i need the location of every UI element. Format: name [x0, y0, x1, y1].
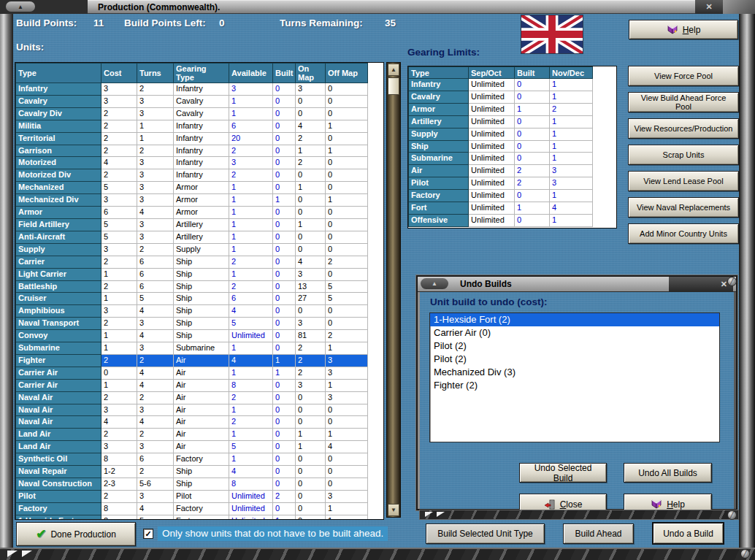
undo-builds-list[interactable]: 1-Hexside Fort (2)Carrier Air (0)Pilot (…: [429, 312, 720, 442]
table-row[interactable]: Infantry32Infantry3030: [16, 83, 368, 96]
table-row[interactable]: Motorized Div23Infantry2000: [16, 169, 368, 182]
cell: Infantry: [174, 132, 229, 145]
table-row[interactable]: SupplyUnlimited01: [409, 128, 593, 140]
undo-all-builds-label: Undo All Builds: [638, 468, 697, 478]
table-row[interactable]: Cavalry33Cavalry1000: [16, 95, 368, 107]
undo-list-item[interactable]: 1-Hexside Fort (2): [430, 313, 719, 326]
table-row[interactable]: OffensiveUnlimited01: [409, 214, 593, 226]
table-row[interactable]: Factory84FactoryUnlimited001: [16, 502, 368, 515]
table-row[interactable]: Territorial21Infantry20020: [16, 132, 368, 145]
table-row[interactable]: Anti-Aircraft53Artillery1000: [16, 231, 368, 243]
table-row[interactable]: Field Artillery53Artillery1010: [16, 218, 368, 231]
undo-selected-build-button[interactable]: Undo Selected Build: [519, 463, 607, 483]
cell: 3: [137, 194, 174, 207]
cell: 3: [137, 157, 174, 169]
table-row[interactable]: FactoryUnlimited01: [409, 190, 593, 202]
side-button-view-force-pool[interactable]: View Force Pool: [628, 66, 739, 86]
side-button-view-lend-lease-pool[interactable]: View Lend Lease Pool: [628, 171, 739, 191]
table-row[interactable]: Cruiser15Ship60275: [16, 293, 368, 305]
built-ahead-checkbox[interactable]: ✓: [143, 529, 153, 539]
side-button-scrap-units[interactable]: Scrap Units: [628, 145, 739, 165]
table-row[interactable]: Naval Construction2-35-6Ship8000: [16, 478, 368, 491]
side-button-view-naval-replacements[interactable]: View Naval Replacements: [628, 197, 739, 218]
table-row[interactable]: Motorized43Infantry3020: [16, 157, 368, 169]
cell: 3: [550, 165, 593, 177]
table-row[interactable]: Armor64Armor1000: [16, 207, 368, 219]
table-row[interactable]: ArmorUnlimited12: [409, 103, 593, 115]
window-rollup-button[interactable]: ▲: [6, 1, 35, 12]
build-selected-unit-type-button[interactable]: Build Selected Unit Type: [426, 523, 545, 544]
scrollbar-thumb[interactable]: [388, 77, 399, 95]
table-row[interactable]: Land Air33Air5014: [16, 441, 368, 453]
table-row[interactable]: Naval Air33Air1000: [16, 404, 368, 416]
table-row[interactable]: Synthetic Oil86Factory1000: [16, 453, 368, 466]
table-row[interactable]: Naval Repair1-22Ship4000: [16, 466, 368, 478]
scroll-down-icon: ▼: [391, 507, 396, 513]
undo-all-builds-button[interactable]: Undo All Builds: [624, 463, 712, 483]
table-row[interactable]: Carrier Air14Air8031: [16, 379, 368, 391]
done-production-button[interactable]: ✔ Done Production: [16, 522, 136, 546]
table-row[interactable]: InfantryUnlimited01: [409, 79, 593, 91]
cell: 2: [229, 169, 273, 182]
table-row[interactable]: Militia21Infantry6041: [16, 120, 368, 132]
units-scrollbar[interactable]: ▲ ▼: [386, 62, 401, 518]
table-row[interactable]: Fighter22Air4123: [16, 354, 368, 367]
cell: 0: [273, 107, 296, 120]
table-row[interactable]: 1-Hexside Fort25FortUnlimited101: [16, 515, 368, 520]
undo-panel-close-button[interactable]: ✕: [669, 277, 733, 292]
undo-panel-rollup-button[interactable]: ▲: [421, 278, 448, 289]
table-row[interactable]: Naval Air44Air2000: [16, 416, 368, 429]
table-row[interactable]: Supply32Supply1000: [16, 243, 368, 256]
table-row[interactable]: CavalryUnlimited01: [409, 91, 593, 103]
window-close-button[interactable]: ✕: [695, 0, 723, 14]
table-row[interactable]: Convoy14ShipUnlimited0812: [16, 330, 368, 342]
cell: Infantry: [174, 83, 229, 96]
table-row[interactable]: Carrier26Ship2042: [16, 256, 368, 268]
table-row[interactable]: Naval Transport23Ship5030: [16, 318, 368, 330]
undo-list-item[interactable]: Mechanized Div (3): [430, 366, 719, 379]
cell: Supply: [409, 128, 469, 140]
table-row[interactable]: Submarine13Submarine1021: [16, 342, 368, 355]
table-row[interactable]: Mechanized Div33Armor1101: [16, 194, 368, 207]
scroll-up-button[interactable]: ▲: [388, 64, 399, 76]
table-row[interactable]: FortUnlimited14: [409, 202, 593, 215]
table-row[interactable]: ArtilleryUnlimited01: [409, 115, 593, 128]
side-button-view-build-ahead-force-pool[interactable]: View Build Ahead Force Pool: [628, 92, 739, 112]
table-row[interactable]: Garrison22Infantry2011: [16, 145, 368, 157]
cell: 2: [229, 391, 273, 404]
side-button-view-resources-production[interactable]: View Resources/Production: [628, 118, 739, 139]
undo-selected-build-label: Undo Selected Build: [524, 463, 602, 483]
table-row[interactable]: Amphibious34Ship4000: [16, 305, 368, 318]
undo-list-item[interactable]: Pilot (2): [430, 353, 719, 366]
undo-list-item[interactable]: Fighter (2): [430, 379, 719, 392]
table-row[interactable]: Mechanized53Armor1010: [16, 182, 368, 194]
production-window: ▲ Production (Commonwealth). ✕ Build Poi…: [0, 0, 755, 560]
table-row[interactable]: Cavalry Div23Cavalry1000: [16, 107, 368, 120]
build-ahead-button[interactable]: Build Ahead: [563, 523, 634, 544]
cell: Ship: [174, 330, 229, 342]
table-row[interactable]: Land Air22Air1011: [16, 429, 368, 441]
side-button-add-minor-country-units[interactable]: Add Minor Country Units: [628, 223, 739, 244]
help-button[interactable]: Help: [629, 20, 738, 39]
undo-a-build-button[interactable]: Undo a Build: [652, 522, 724, 545]
cell: 0: [296, 305, 326, 318]
undo-panel-title: Undo Builds: [460, 279, 512, 289]
scroll-down-button[interactable]: ▼: [388, 504, 399, 516]
cell: 2: [137, 391, 174, 404]
table-row[interactable]: Light Carrier16Ship1030: [16, 268, 368, 280]
cell: Land Air: [16, 441, 101, 453]
cell: 5: [101, 231, 137, 243]
undo-list-item[interactable]: Carrier Air (0): [430, 326, 719, 340]
cell: 1: [326, 194, 368, 207]
table-row[interactable]: Battleship26Ship20135: [16, 280, 368, 293]
undo-list-item[interactable]: Pilot (2): [430, 340, 719, 353]
table-row[interactable]: Carrier Air04Air1123: [16, 367, 368, 379]
cell: Infantry: [174, 169, 229, 182]
cell: 3: [101, 404, 137, 416]
table-row[interactable]: Pilot23PilotUnlimited203: [16, 490, 368, 502]
table-row[interactable]: ShipUnlimited01: [409, 140, 593, 153]
table-row[interactable]: AirUnlimited23: [409, 165, 593, 177]
table-row[interactable]: Naval Air22Air2003: [16, 391, 368, 404]
table-row[interactable]: SubmarineUnlimited01: [409, 153, 593, 165]
table-row[interactable]: PilotUnlimited23: [409, 177, 593, 190]
